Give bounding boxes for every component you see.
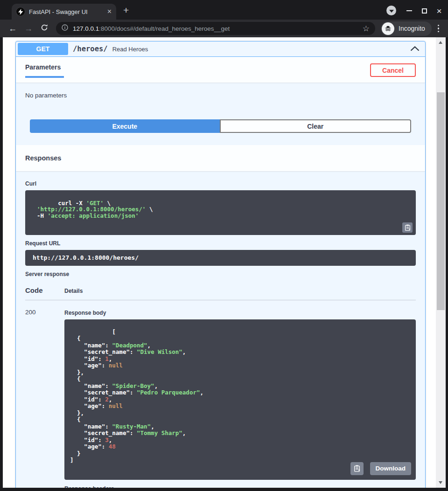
response-body-block: [ { "name": "Deadpond", "secret_name": "… bbox=[64, 319, 416, 480]
code-column-header: Code bbox=[25, 286, 64, 294]
page-scrollbar[interactable] bbox=[436, 37, 446, 488]
curl-label: Curl bbox=[25, 180, 416, 187]
download-button[interactable]: Download bbox=[370, 462, 412, 475]
browser-menu-button[interactable] bbox=[438, 25, 440, 33]
bookmark-star-icon[interactable]: ☆ bbox=[363, 24, 370, 34]
back-button[interactable]: ← bbox=[7, 24, 18, 34]
browser-tab-bar: FastAPI - Swagger UI × + × bbox=[0, 0, 448, 20]
responses-section-header: Responses bbox=[16, 145, 425, 171]
response-body-actions: Download bbox=[350, 462, 412, 475]
address-bar[interactable]: 127.0.0.1:8000/docs#/default/read_heroes… bbox=[56, 22, 375, 35]
tab-parameters[interactable]: Parameters bbox=[25, 63, 64, 78]
endpoint-summary: Read Heroes bbox=[112, 46, 410, 53]
forward-button[interactable]: → bbox=[23, 24, 34, 34]
browser-update-chip[interactable] bbox=[386, 6, 396, 15]
response-body-label: Response body bbox=[64, 310, 416, 316]
incognito-icon bbox=[382, 22, 394, 35]
swagger-page: GET /heroes/ Read Heroes Parameters Canc… bbox=[3, 37, 436, 488]
response-details: Response body [ { "name": "Deadpond", "s… bbox=[64, 306, 416, 488]
details-column-header: Details bbox=[64, 286, 83, 294]
window-minimize-button[interactable] bbox=[404, 6, 414, 16]
copy-response-button[interactable] bbox=[350, 462, 364, 475]
caret-down-icon bbox=[389, 10, 394, 13]
new-tab-button[interactable]: + bbox=[123, 5, 129, 16]
tab-title: FastAPI - Swagger UI bbox=[29, 8, 105, 15]
responses-body: Curl curl -X 'GET' \ 'http://127.0.0.1:8… bbox=[16, 171, 425, 488]
cancel-button[interactable]: Cancel bbox=[370, 63, 416, 77]
reload-button[interactable] bbox=[39, 24, 49, 34]
url-path: :8000/docs#/default/read_heroes_heroes__… bbox=[99, 25, 230, 32]
fastapi-favicon-icon bbox=[16, 7, 25, 16]
request-url-block: http://127.0.0.1:8000/heroes/ bbox=[25, 250, 416, 266]
url-host: 127.0.0.1 bbox=[73, 25, 99, 32]
incognito-label: Incognito bbox=[399, 25, 425, 32]
no-parameters-text: No parameters bbox=[16, 83, 425, 113]
copy-to-clipboard-button[interactable] bbox=[402, 222, 413, 233]
clear-button[interactable]: Clear bbox=[220, 119, 412, 133]
server-response-label: Server response bbox=[25, 271, 416, 277]
window-maximize-button[interactable] bbox=[419, 6, 429, 16]
endpoint-path: /heroes/ bbox=[73, 45, 108, 53]
browser-tab[interactable]: FastAPI - Swagger UI × bbox=[12, 4, 116, 20]
response-headers-label: Response headers bbox=[64, 485, 416, 488]
opblock-summary[interactable]: GET /heroes/ Read Heroes bbox=[16, 41, 425, 57]
incognito-badge: Incognito bbox=[381, 21, 432, 36]
status-code: 200 bbox=[25, 306, 64, 488]
request-url-label: Request URL bbox=[25, 240, 416, 247]
execute-button[interactable]: Execute bbox=[30, 119, 220, 133]
tab-close-icon[interactable]: × bbox=[107, 8, 112, 15]
url-text[interactable]: 127.0.0.1:8000/docs#/default/read_heroes… bbox=[73, 25, 359, 32]
scrollbar-down-arrow-icon[interactable] bbox=[439, 481, 442, 484]
window-close-button[interactable]: × bbox=[434, 6, 444, 16]
browser-toolbar: ← → 127.0.0.1:8000/docs#/default/read_he… bbox=[0, 20, 448, 37]
collapse-chevron-icon[interactable] bbox=[410, 45, 420, 53]
site-info-icon[interactable] bbox=[62, 24, 68, 33]
http-method-badge: GET bbox=[18, 43, 68, 55]
curl-command-block: curl -X 'GET' \ 'http://127.0.0.1:8000/h… bbox=[25, 190, 416, 235]
response-row-200: 200 Response body [ { "name": "Deadpond"… bbox=[25, 300, 416, 488]
execute-button-group: Execute Clear bbox=[16, 119, 425, 133]
scrollbar-thumb[interactable] bbox=[437, 92, 445, 310]
opblock-get-heroes: GET /heroes/ Read Heroes Parameters Canc… bbox=[15, 41, 426, 488]
response-table-header: Code Details bbox=[25, 286, 416, 300]
parameters-section-header: Parameters Cancel bbox=[16, 57, 425, 83]
scrollbar-up-arrow-icon[interactable] bbox=[439, 41, 442, 44]
